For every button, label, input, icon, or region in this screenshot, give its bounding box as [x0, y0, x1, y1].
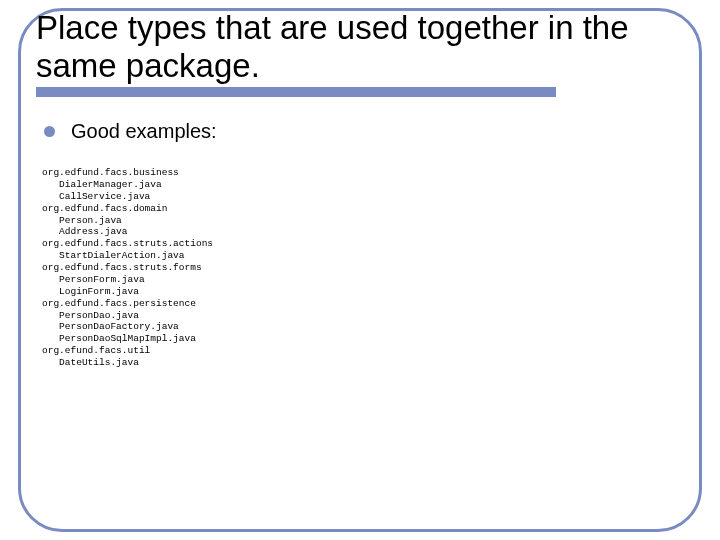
code-example: org.edfund.facs.business DialerManager.j…: [42, 167, 676, 369]
bullet-icon: [44, 126, 55, 137]
bullet-text: Good examples:: [71, 120, 217, 143]
slide-title: Place types that are used together in th…: [36, 9, 684, 85]
title-block: Place types that are used together in th…: [22, 3, 698, 99]
body-area: Good examples: org.edfund.facs.business …: [44, 120, 676, 369]
bullet-item: Good examples:: [44, 120, 676, 143]
title-underline: [36, 87, 556, 97]
